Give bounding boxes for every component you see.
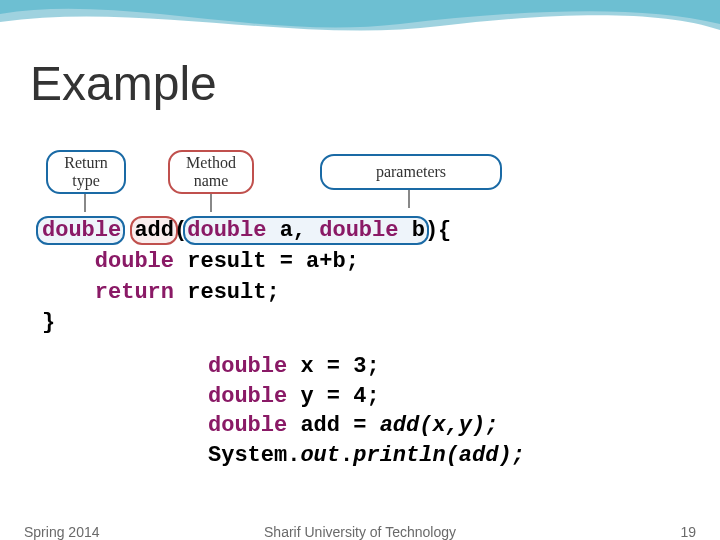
connector-params	[408, 190, 410, 208]
code-block-method-def: double add(double a, double b){ double r…	[42, 216, 451, 339]
code-block-usage: double x = 3; double y = 4; double add =…	[208, 352, 525, 471]
label-method-name: Method name	[168, 150, 254, 194]
footer-page-number: 19	[680, 524, 696, 540]
connector-return	[84, 194, 86, 212]
footer-left: Spring 2014	[24, 524, 100, 540]
label-parameters: parameters	[320, 154, 502, 190]
label-return-type: Return type	[46, 150, 126, 194]
connector-method	[210, 194, 212, 212]
slide-title: Example	[30, 56, 217, 111]
top-wave-decoration	[0, 0, 720, 46]
footer-center: Sharif University of Technology	[264, 524, 456, 540]
